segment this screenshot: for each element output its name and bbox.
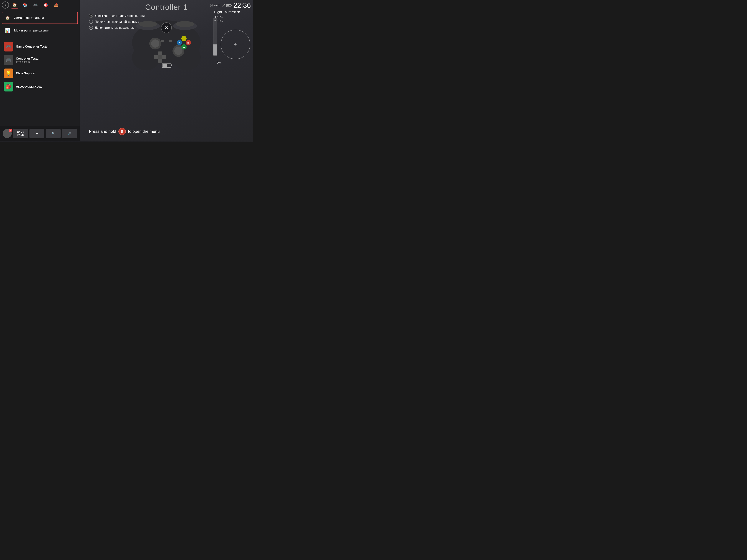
svg-point-5 [138, 21, 157, 27]
sidebar: ‹ 🏠 📚 🎮 🎯 📤 🏠 Домашняя страница 📊 Мои иг… [0, 0, 80, 141]
user-avatar[interactable]: 4 [3, 129, 12, 138]
grid-icon: ⊞ [36, 132, 38, 135]
menu-item-games[interactable]: 📊 Мои игры и приложения [0, 24, 80, 37]
app-icon-game-controller-tester: 🎮 [4, 42, 14, 52]
app-item-controller-tester[interactable]: 🎮 Controller Tester Установлено [0, 53, 80, 67]
svg-text:Y: Y [183, 37, 185, 40]
notification-badge: 4 [9, 129, 12, 132]
thumbstick-circle: ⊕ [221, 30, 250, 59]
svg-text:A: A [183, 46, 185, 48]
app-item-xbox-support[interactable]: 💡 Xbox Support [0, 67, 80, 80]
game-pass-label: GAMEPASS [17, 131, 24, 136]
top-nav: ‹ 🏠 📚 🎮 🎯 📤 [0, 0, 80, 10]
app-text-xbox-support: Xbox Support [16, 72, 35, 75]
clock: 22:36 [233, 1, 251, 9]
share-button-icon: ○ [89, 20, 93, 24]
points-display: G 9 605 [210, 4, 220, 7]
app-text-xbox-accessories: Аксессуары Xbox [16, 85, 42, 88]
nav-icon-library[interactable]: 📚 [22, 1, 28, 8]
status-bar: G 9 605 🎤 22:36 [210, 1, 251, 9]
svg-rect-28 [162, 64, 167, 67]
app-icon-controller-tester: 🎮 [4, 55, 14, 65]
b-button-label: B [121, 130, 123, 134]
svg-rect-24 [161, 40, 164, 43]
nav-icon-share[interactable]: 📤 [53, 1, 60, 8]
percent-label: 0% [217, 61, 221, 64]
home-label: Домашняя страница [14, 16, 44, 20]
app-name-game-controller-tester: Game Controller Tester [16, 45, 49, 48]
svg-point-10 [151, 39, 159, 48]
thumbstick-panel: Right Thumbstick X : 0% Y : 0% [214, 10, 251, 24]
points-value: 9 605 [214, 4, 220, 7]
svg-text:B: B [187, 41, 189, 44]
thumbstick-y: Y : 0% [214, 20, 251, 23]
app-subtitle-controller-tester: Установлено [16, 60, 40, 63]
thumbstick-x: X : 0% [214, 16, 251, 19]
app-text-controller-tester: Controller Tester Установлено [16, 57, 40, 63]
volume-button[interactable]: 🔊 [62, 129, 77, 138]
crosshair-icon: ⊕ [234, 42, 237, 47]
app-name-xbox-accessories: Аксессуары Xbox [16, 85, 42, 88]
taskbar: 4 GAMEPASS ⊞ 🔍 🔊 [0, 126, 80, 141]
back-button[interactable]: ‹ [2, 1, 9, 8]
press-hold-bar: Press and hold B to open the menu [89, 128, 212, 135]
nav-icon-controller[interactable]: 🎮 [32, 1, 39, 8]
svg-text:X: X [179, 41, 180, 44]
press-hold-text-after: to open the menu [128, 129, 160, 134]
app-item-xbox-accessories[interactable]: 🎒 Аксессуары Xbox [0, 80, 80, 93]
svg-point-15 [174, 47, 182, 55]
app-name-xbox-support: Xbox Support [16, 72, 35, 75]
search-icon: 🔍 [52, 132, 55, 135]
app-item-game-controller-tester[interactable]: 🎮 Game Controller Tester [0, 40, 80, 53]
svg-rect-13 [158, 55, 162, 59]
context-text-3: Дополнительные параметры [95, 26, 134, 29]
games-label: Мои игры и приложения [14, 29, 49, 32]
press-hold-text-before: Press and hold [89, 129, 116, 134]
nav-icon-store[interactable]: 🎯 [42, 1, 49, 8]
svg-rect-27 [171, 64, 172, 66]
vertical-slider [213, 19, 217, 56]
controller-svg: ✕ Y X B A [129, 11, 203, 70]
app-text-game-controller-tester: Game Controller Tester [16, 45, 49, 48]
svg-text:✕: ✕ [165, 26, 168, 30]
controller-illustration: ✕ Y X B A [129, 11, 203, 81]
status-icons: 🎤 [222, 4, 231, 7]
app-icon-xbox-support: 💡 [4, 69, 14, 78]
thumbstick-title: Right Thumbstick [214, 10, 251, 14]
games-icon: 📊 [4, 27, 11, 34]
menu-button-icon: ≡ [89, 26, 93, 30]
game-pass-button[interactable]: GAMEPASS [13, 129, 28, 138]
search-button[interactable]: 🔍 [46, 129, 60, 138]
app-list: 🎮 Game Controller Tester 🎮 Controller Te… [0, 40, 80, 93]
b-button-icon: B [119, 128, 126, 135]
app-icon-xbox-accessories: 🎒 [4, 82, 14, 91]
menu-item-home[interactable]: 🏠 Домашняя страница [2, 12, 78, 24]
grid-button[interactable]: ⊞ [29, 129, 44, 138]
home-icon: 🏠 [4, 15, 11, 21]
app-name-controller-tester: Controller Tester [16, 57, 40, 60]
slider-fill [213, 45, 217, 55]
main-content: G 9 605 🎤 22:36 Controller 1 ✕ Удерживат… [80, 0, 253, 141]
volume-icon: 🔊 [68, 132, 71, 135]
gamerscore-icon: G [210, 4, 213, 7]
menu-section: 🏠 Домашняя страница 📊 Мои игры и приложе… [0, 10, 80, 38]
svg-point-6 [176, 21, 194, 27]
xbox-button-icon: ✕ [89, 14, 93, 18]
battery-icon [226, 4, 231, 7]
mic-icon: 🎤 [222, 4, 225, 7]
svg-rect-25 [169, 40, 172, 43]
nav-icon-home[interactable]: 🏠 [11, 1, 18, 8]
